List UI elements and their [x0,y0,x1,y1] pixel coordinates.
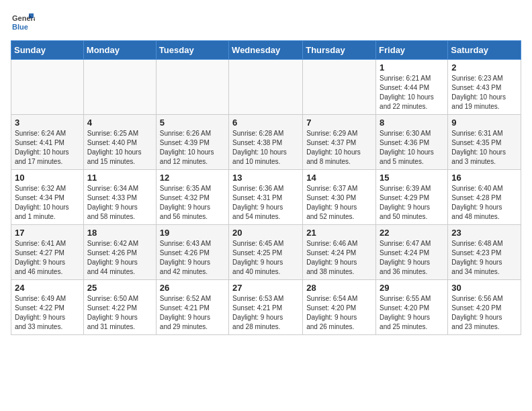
day-number: 10 [15,173,80,183]
day-info: Sunrise: 6:24 AM Sunset: 4:41 PM Dayligh… [15,129,80,167]
calendar-day-cell: 5Sunrise: 6:26 AM Sunset: 4:39 PM Daylig… [156,115,228,170]
day-info: Sunrise: 6:42 AM Sunset: 4:26 PM Dayligh… [87,239,152,277]
day-info: Sunrise: 6:45 AM Sunset: 4:25 PM Dayligh… [232,239,299,277]
day-number: 14 [306,173,372,183]
day-info: Sunrise: 6:46 AM Sunset: 4:24 PM Dayligh… [306,239,372,277]
logo: General Blue [11,11,35,35]
day-number: 20 [232,228,299,238]
day-number: 25 [87,283,152,293]
day-number: 6 [232,118,299,128]
day-number: 4 [87,118,152,128]
day-info: Sunrise: 6:32 AM Sunset: 4:34 PM Dayligh… [15,184,80,222]
calendar-day-cell: 3Sunrise: 6:24 AM Sunset: 4:41 PM Daylig… [11,115,84,170]
calendar-day-cell: 9Sunrise: 6:31 AM Sunset: 4:35 PM Daylig… [448,115,521,170]
calendar-day-cell: 4Sunrise: 6:25 AM Sunset: 4:40 PM Daylig… [83,115,156,170]
day-info: Sunrise: 6:39 AM Sunset: 4:29 PM Dayligh… [380,184,444,222]
calendar-day-cell: 6Sunrise: 6:28 AM Sunset: 4:38 PM Daylig… [229,115,303,170]
day-number: 13 [232,173,299,183]
day-info: Sunrise: 6:23 AM Sunset: 4:43 PM Dayligh… [451,74,517,111]
weekday-header: Saturday [448,41,521,60]
day-number: 22 [380,228,444,238]
day-info: Sunrise: 6:25 AM Sunset: 4:40 PM Dayligh… [87,129,152,167]
day-info: Sunrise: 6:35 AM Sunset: 4:32 PM Dayligh… [160,184,225,222]
calendar-day-cell [229,60,303,115]
day-info: Sunrise: 6:52 AM Sunset: 4:21 PM Dayligh… [160,294,225,332]
day-number: 28 [306,283,372,293]
day-number: 5 [160,118,225,128]
calendar-day-cell: 2Sunrise: 6:23 AM Sunset: 4:43 PM Daylig… [448,60,521,115]
weekday-header: Tuesday [156,41,228,60]
day-number: 29 [380,283,444,293]
day-number: 9 [451,118,517,128]
calendar-day-cell: 11Sunrise: 6:34 AM Sunset: 4:33 PM Dayli… [83,170,156,225]
calendar-day-cell: 8Sunrise: 6:30 AM Sunset: 4:36 PM Daylig… [376,115,448,170]
calendar-day-cell [11,60,84,115]
weekday-header: Wednesday [229,41,303,60]
day-number: 1 [380,62,444,73]
day-info: Sunrise: 6:55 AM Sunset: 4:20 PM Dayligh… [380,294,444,332]
calendar-day-cell: 14Sunrise: 6:37 AM Sunset: 4:30 PM Dayli… [303,170,376,225]
day-info: Sunrise: 6:29 AM Sunset: 4:37 PM Dayligh… [306,129,372,167]
calendar-day-cell: 28Sunrise: 6:54 AM Sunset: 4:20 PM Dayli… [303,280,376,335]
day-info: Sunrise: 6:47 AM Sunset: 4:24 PM Dayligh… [380,239,444,277]
day-info: Sunrise: 6:40 AM Sunset: 4:28 PM Dayligh… [451,184,517,222]
calendar-day-cell: 16Sunrise: 6:40 AM Sunset: 4:28 PM Dayli… [448,170,521,225]
calendar-week-row: 1Sunrise: 6:21 AM Sunset: 4:44 PM Daylig… [11,60,521,115]
day-number: 18 [87,228,152,238]
day-number: 8 [380,118,444,128]
calendar-day-cell: 15Sunrise: 6:39 AM Sunset: 4:29 PM Dayli… [376,170,448,225]
day-number: 12 [160,173,225,183]
day-number: 7 [306,118,372,128]
calendar-table: SundayMondayTuesdayWednesdayThursdayFrid… [11,40,521,335]
day-info: Sunrise: 6:48 AM Sunset: 4:23 PM Dayligh… [451,239,517,277]
weekday-header: Thursday [303,41,376,60]
calendar-day-cell: 22Sunrise: 6:47 AM Sunset: 4:24 PM Dayli… [376,225,448,280]
day-number: 24 [15,283,80,293]
calendar-day-cell: 13Sunrise: 6:36 AM Sunset: 4:31 PM Dayli… [229,170,303,225]
day-info: Sunrise: 6:28 AM Sunset: 4:38 PM Dayligh… [232,129,299,167]
calendar-day-cell: 25Sunrise: 6:50 AM Sunset: 4:22 PM Dayli… [83,280,156,335]
calendar-week-row: 24Sunrise: 6:49 AM Sunset: 4:22 PM Dayli… [11,280,521,335]
svg-text:Blue: Blue [12,23,28,31]
day-info: Sunrise: 6:56 AM Sunset: 4:20 PM Dayligh… [451,294,517,332]
calendar-day-cell: 10Sunrise: 6:32 AM Sunset: 4:34 PM Dayli… [11,170,84,225]
calendar-day-cell: 20Sunrise: 6:45 AM Sunset: 4:25 PM Dayli… [229,225,303,280]
day-info: Sunrise: 6:50 AM Sunset: 4:22 PM Dayligh… [87,294,152,332]
day-number: 16 [451,173,517,183]
page-header: General Blue [11,11,521,35]
calendar-day-cell: 24Sunrise: 6:49 AM Sunset: 4:22 PM Dayli… [11,280,84,335]
day-info: Sunrise: 6:54 AM Sunset: 4:20 PM Dayligh… [306,294,372,332]
calendar-week-row: 17Sunrise: 6:41 AM Sunset: 4:27 PM Dayli… [11,225,521,280]
day-info: Sunrise: 6:53 AM Sunset: 4:21 PM Dayligh… [232,294,299,332]
day-info: Sunrise: 6:43 AM Sunset: 4:26 PM Dayligh… [160,239,225,277]
calendar-day-cell: 27Sunrise: 6:53 AM Sunset: 4:21 PM Dayli… [229,280,303,335]
calendar-day-cell: 7Sunrise: 6:29 AM Sunset: 4:37 PM Daylig… [303,115,376,170]
day-number: 17 [15,228,80,238]
calendar-day-cell: 26Sunrise: 6:52 AM Sunset: 4:21 PM Dayli… [156,280,228,335]
day-info: Sunrise: 6:30 AM Sunset: 4:36 PM Dayligh… [380,129,444,167]
day-info: Sunrise: 6:37 AM Sunset: 4:30 PM Dayligh… [306,184,372,222]
day-info: Sunrise: 6:26 AM Sunset: 4:39 PM Dayligh… [160,129,225,167]
calendar-day-cell: 19Sunrise: 6:43 AM Sunset: 4:26 PM Dayli… [156,225,228,280]
calendar-day-cell: 23Sunrise: 6:48 AM Sunset: 4:23 PM Dayli… [448,225,521,280]
calendar-day-cell: 29Sunrise: 6:55 AM Sunset: 4:20 PM Dayli… [376,280,448,335]
day-number: 19 [160,228,225,238]
day-number: 27 [232,283,299,293]
calendar-week-row: 3Sunrise: 6:24 AM Sunset: 4:41 PM Daylig… [11,115,521,170]
day-number: 11 [87,173,152,183]
calendar-day-cell: 18Sunrise: 6:42 AM Sunset: 4:26 PM Dayli… [83,225,156,280]
day-number: 26 [160,283,225,293]
day-number: 3 [15,118,80,128]
weekday-header: Monday [83,41,156,60]
weekday-header: Friday [376,41,448,60]
day-number: 21 [306,228,372,238]
day-info: Sunrise: 6:31 AM Sunset: 4:35 PM Dayligh… [451,129,517,167]
day-info: Sunrise: 6:36 AM Sunset: 4:31 PM Dayligh… [232,184,299,222]
day-info: Sunrise: 6:21 AM Sunset: 4:44 PM Dayligh… [380,74,444,111]
day-info: Sunrise: 6:41 AM Sunset: 4:27 PM Dayligh… [15,239,80,277]
calendar-day-cell: 17Sunrise: 6:41 AM Sunset: 4:27 PM Dayli… [11,225,84,280]
day-info: Sunrise: 6:49 AM Sunset: 4:22 PM Dayligh… [15,294,80,332]
calendar-day-cell: 12Sunrise: 6:35 AM Sunset: 4:32 PM Dayli… [156,170,228,225]
weekday-header: Sunday [11,41,84,60]
calendar-day-cell [83,60,156,115]
